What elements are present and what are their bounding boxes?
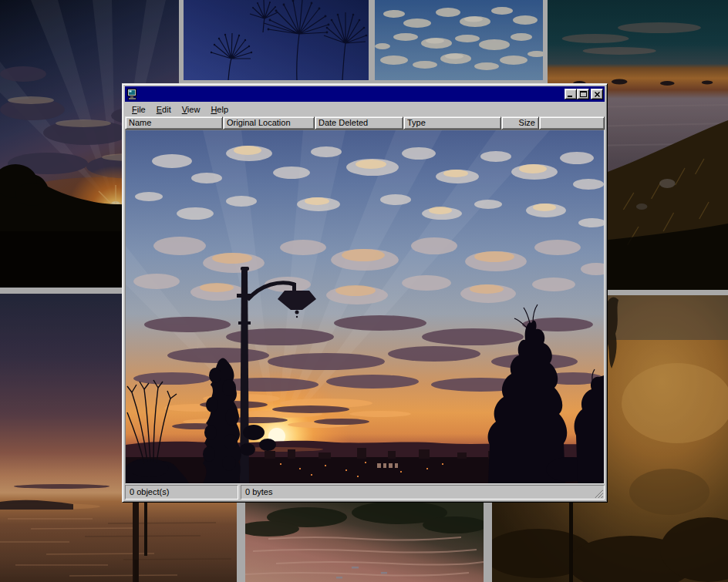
close-button[interactable] [591,89,603,99]
column-header-blank[interactable] [539,116,605,130]
column-header-size[interactable]: Size [501,116,539,130]
column-header-date-deleted[interactable]: Date Deleted [315,116,403,130]
status-object-count: 0 object(s) [130,487,169,496]
status-size: 0 bytes [245,487,272,496]
column-headers: Name Original Location Date Deleted Type… [125,116,605,130]
menu-help[interactable]: Help [205,103,234,116]
column-header-type[interactable]: Type [403,116,501,130]
recycle-bin-window: File Edit View Help Name Original Locati… [122,83,608,503]
minimize-button[interactable] [565,89,577,99]
sunset-streetlamp-photo [126,130,604,483]
desktop: File Edit View Help Name Original Locati… [0,0,728,582]
maximize-button[interactable] [577,89,589,99]
status-panel-bytes: 0 bytes [241,485,605,500]
status-bar: 0 object(s) 0 bytes [125,485,605,500]
window-titlebar[interactable] [125,86,605,102]
column-header-original-location[interactable]: Original Location [223,116,315,130]
menu-view[interactable]: View [177,103,206,116]
column-header-name[interactable]: Name [125,116,223,130]
file-list-area[interactable] [125,130,605,484]
menu-bar: File Edit View Help [125,103,605,116]
resize-grip-icon[interactable] [594,489,603,498]
status-panel-objects: 0 object(s) [125,485,238,500]
computer-icon[interactable] [126,88,139,100]
window-controls [565,89,603,99]
menu-edit[interactable]: Edit [151,103,177,116]
menu-file[interactable]: File [126,103,151,116]
